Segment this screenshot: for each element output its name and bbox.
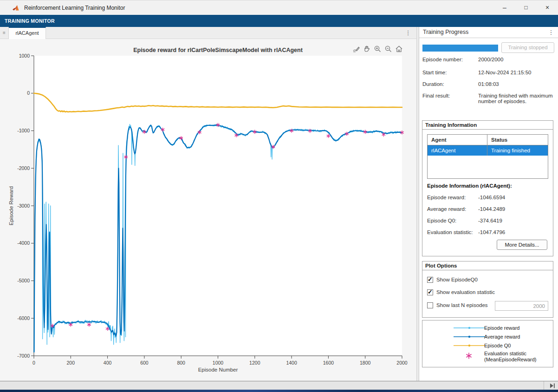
field-value: 2000/2000 [478,57,555,62]
panel-header: Training Progress ⋮ [419,27,558,38]
minimize-button[interactable]: – [494,0,515,15]
table-row[interactable]: rlACAgent Training finished [428,145,548,156]
svg-text:200: 200 [67,360,75,366]
training-information-box: Training Information Agent Status rlACAg… [422,120,553,256]
skip-to-end-icon[interactable] [550,383,555,388]
episode-information-title: Episode Information (rlACAgent): [427,183,512,189]
training-stopped-button[interactable]: Training stopped [501,42,554,53]
tab-list-icon[interactable]: ≡ [0,27,9,39]
field-value: 01:08:03 [478,81,555,87]
svg-text:400: 400 [104,360,112,366]
checkbox-label: Show evaluation statistic [436,289,495,295]
legend-item-episode-reward: Episode reward [422,324,554,333]
ribbon-tab-training-monitor[interactable]: TRAINING MONITOR [0,15,59,27]
svg-text:1800: 1800 [360,360,371,366]
show-last-n-episodes-option[interactable]: ✓ Show last N episodes [427,301,488,309]
svg-text:Episode Reward: Episode Reward [8,186,14,225]
panel-title: Training Progress [423,27,468,38]
svg-text:-6000: -6000 [17,315,30,321]
episode-q0-line-sample [454,343,485,348]
statusbar [0,381,558,390]
svg-text:0: 0 [27,90,30,96]
legend-box: Episode reward Average reward Episode Q0… [422,320,553,367]
svg-text:2000: 2000 [396,360,408,366]
stat-value: -374.6419 [478,218,502,223]
legend-item-average-reward: Average reward [422,333,554,341]
stat-label: Episode reward: [427,195,477,200]
svg-text:-2000: -2000 [17,165,30,171]
figure-area: Episode reward for rlCartPoleSimscapeMod… [0,39,416,381]
matlab-logo-icon [12,4,20,12]
table-header-row: Agent Status [428,135,548,145]
svg-text:-3000: -3000 [17,203,30,209]
document-area: ≡ rlACAgent ⋮ Episode reward for rlCartP… [0,27,416,381]
legend-label: Evaluation statistic [484,351,526,356]
training-progress-bar [422,45,498,52]
document-tabstrip: ≡ rlACAgent ⋮ [0,27,416,39]
legend-label: Average reward [484,334,520,340]
stat-label: Episode Q0: [427,218,477,223]
statusbar-divider [544,381,544,390]
svg-text:-4000: -4000 [17,240,30,246]
tab-rlacagent[interactable]: rlACAgent [9,27,46,39]
show-evaluation-statistic-option[interactable]: ✓ Show evaluation statistic [427,288,495,296]
stat-value: -1047.4796 [478,229,505,235]
app-window: Reinforcement Learning Training Monitor … [0,0,558,392]
plot-options-title: Plot Options [422,261,553,270]
field-label: Start time: [422,70,474,75]
svg-text:-7000: -7000 [17,353,30,359]
window-title: Reinforcement Learning Training Monitor [24,0,125,15]
svg-text:1000: 1000 [19,53,30,59]
show-episodeq0-checkbox[interactable]: ✓ [427,277,433,283]
training-information-title: Training Information [422,121,553,130]
checkbox-label: Show EpisodeQ0 [436,277,478,282]
plot-options-box: Plot Options ✓ Show EpisodeQ0 ✓ Show eva… [422,261,553,318]
agent-status-table[interactable]: Agent Status rlACAgent Training finished [427,134,548,179]
svg-text:600: 600 [140,360,149,366]
stat-value: -1046.6594 [478,195,505,200]
svg-text:800: 800 [177,360,185,366]
stat-label: Evaluation statistic: [427,229,477,235]
titlebar: Reinforcement Learning Training Monitor … [0,0,558,15]
stat-label: Average reward: [427,206,477,212]
svg-text:1600: 1600 [323,360,334,366]
status-cell: Training finished [487,145,548,156]
maximize-button[interactable]: □ [515,0,537,15]
field-label: Final result: [422,93,474,98]
legend-item-evaluation-statistic: Evaluation statistic (MeanEpisodeReward) [422,349,554,365]
show-last-n-episodes-checkbox[interactable]: ✓ [427,302,433,308]
svg-text:1000: 1000 [213,360,224,366]
evaluation-statistic-asterisk-sample [465,352,473,359]
stat-value: -1044.2489 [478,206,505,212]
svg-text:0: 0 [32,360,35,366]
legend-label-line2: (MeanEpisodeReward) [484,357,537,362]
agent-cell: rlACAgent [428,145,487,156]
column-header-status: Status [487,135,548,145]
field-value: Training finished with maximum number of… [478,93,555,104]
legend-label: Episode reward [484,325,519,331]
show-episodeq0-option[interactable]: ✓ Show EpisodeQ0 [427,276,478,283]
episode-reward-line-sample [454,326,485,330]
document-menu-icon[interactable]: ⋮ [404,27,412,39]
svg-text:-1000: -1000 [17,128,30,133]
average-reward-line-sample [454,334,485,339]
training-chart[interactable]: 10000-1000-2000-3000-4000-5000-6000-7000… [0,39,416,381]
last-n-episodes-input[interactable] [495,301,548,311]
field-label: Duration: [422,81,474,87]
show-evaluation-statistic-checkbox[interactable]: ✓ [427,289,433,295]
training-progress-panel: Training Progress ⋮ Training stopped Epi… [419,27,558,381]
panel-menu-icon[interactable]: ⋮ [548,27,554,38]
ribbon: TRAINING MONITOR [0,15,558,27]
field-label: Episode number: [422,57,474,62]
column-header-agent: Agent [428,135,487,145]
legend-label: Episode Q0 [484,343,511,348]
svg-text:Episode Number: Episode Number [198,367,238,372]
checkbox-label: Show last N episodes [436,302,488,308]
svg-text:1200: 1200 [249,360,260,366]
desktop-edge [0,390,558,392]
svg-text:-5000: -5000 [17,278,30,283]
field-value: 12-Nov-2024 21:15:50 [478,70,555,75]
close-button[interactable]: × [537,0,558,15]
more-details-button[interactable]: More Details... [497,240,547,250]
svg-text:1400: 1400 [286,360,297,366]
